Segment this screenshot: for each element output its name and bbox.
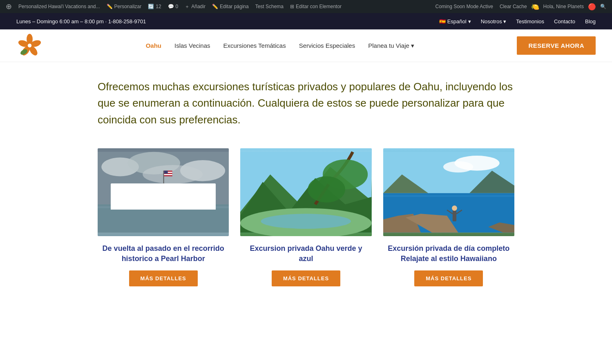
logo-area[interactable] — [16, 32, 43, 59]
card-green-valley: Excursion privada Oahu verde y azul MÁS … — [240, 148, 371, 286]
card-btn-pearl[interactable]: MÁS DETALLES — [129, 270, 198, 286]
card-pearl-harbor: De vuelta al pasado en el recorrido hist… — [98, 148, 229, 286]
svg-rect-32 — [164, 171, 168, 174]
edit-page-link[interactable]: ✏️ Editar página — [210, 4, 251, 9]
add-link[interactable]: ＋ Añadir — [182, 3, 208, 10]
card-image-pearl — [98, 148, 229, 236]
nav-oahu[interactable]: Oahu — [146, 42, 161, 49]
planea-chevron-icon: ▾ — [411, 42, 414, 49]
card-btn-valley[interactable]: MÁS DETALLES — [272, 270, 340, 286]
info-bar-nav: 🇪🇸 Español ▾ Nosotros ▾ Testimonios Cont… — [439, 18, 596, 25]
lang-chevron-icon: ▾ — [468, 18, 471, 25]
card-image-ocean — [383, 148, 514, 236]
hello-user: Hola, Nine Planets — [541, 4, 586, 9]
card-title-ocean: Excursión privada de día completo Relaja… — [383, 243, 514, 264]
flag-icon: 🇪🇸 — [439, 18, 446, 25]
svg-rect-50 — [453, 210, 456, 221]
nav-islas-vecinas[interactable]: Islas Vecinas — [174, 42, 210, 49]
reserve-ahora-button[interactable]: RESERVE AHORA — [517, 36, 596, 55]
search-admin-icon[interactable]: 🔍 — [598, 4, 609, 9]
svg-point-12 — [143, 165, 203, 184]
language-selector[interactable]: 🇪🇸 Español ▾ — [439, 18, 471, 25]
svg-rect-44 — [383, 195, 514, 197]
card-btn-ocean[interactable]: MÁS DETALLES — [414, 270, 483, 286]
svg-rect-24 — [171, 196, 174, 203]
edit-elementor-link[interactable]: ⊞ Editar con Elementor — [288, 4, 344, 9]
svg-rect-31 — [164, 174, 172, 175]
card-image-valley — [240, 148, 371, 236]
test-schema-link[interactable]: Test Schema — [253, 4, 286, 9]
business-hours: Lunes – Domingo 6:00 am – 8:00 pm · 1-80… — [16, 18, 146, 25]
updates-link[interactable]: 🔄 12 — [145, 4, 163, 9]
svg-rect-15 — [120, 195, 206, 206]
customize-link[interactable]: ✏️ Personalizar — [104, 4, 144, 9]
comments-link[interactable]: 💬 0 — [165, 4, 181, 9]
svg-rect-25 — [176, 196, 179, 203]
admin-bar: ⊕ Personalized Hawai'i Vacations and... … — [0, 0, 612, 13]
lang-label: Español — [447, 18, 467, 25]
logo-icon — [16, 32, 43, 59]
svg-point-51 — [452, 205, 457, 211]
svg-point-39 — [261, 214, 351, 229]
nav-nosotros[interactable]: Nosotros ▾ — [481, 18, 507, 25]
svg-rect-28 — [163, 171, 164, 193]
svg-point-6 — [28, 44, 31, 47]
svg-rect-13 — [98, 204, 229, 232]
svg-rect-20 — [148, 196, 151, 203]
nav-links: Oahu Islas Vecinas Excursiones Temáticas… — [146, 42, 414, 49]
svg-rect-19 — [143, 196, 145, 203]
nav-servicios-especiales[interactable]: Servicios Especiales — [299, 42, 355, 49]
svg-rect-26 — [182, 196, 185, 203]
main-content: Ofrecemos muchas excursiones turísticas … — [81, 62, 531, 311]
coming-soon-label: Coming Soon Mode Active — [433, 4, 495, 9]
nav-planea-tu-viaje[interactable]: Planea tu Viaje ▾ — [368, 42, 414, 49]
svg-rect-27 — [188, 196, 190, 203]
svg-rect-18 — [137, 196, 140, 203]
clear-cache-link[interactable]: Clear Cache — [497, 4, 529, 9]
nav-testimonios[interactable]: Testimonios — [516, 18, 544, 25]
card-title-pearl: De vuelta al pasado en el recorrido hist… — [98, 243, 229, 264]
nosotros-chevron-icon: ▾ — [503, 18, 506, 25]
main-nav: Oahu Islas Vecinas Excursiones Temáticas… — [0, 29, 612, 62]
svg-point-42 — [443, 161, 473, 173]
cards-grid: De vuelta al pasado en el recorrido hist… — [98, 148, 514, 286]
nav-contacto[interactable]: Contacto — [554, 18, 575, 25]
admin-bar-right: Coming Soon Mode Active Clear Cache 🍋 Ho… — [433, 3, 609, 11]
info-bar: Lunes – Domingo 6:00 am – 8:00 pm · 1-80… — [0, 13, 612, 29]
wp-icon[interactable]: ⊕ — [3, 2, 14, 11]
intro-text: Ofrecemos muchas excursiones turísticas … — [98, 78, 514, 128]
svg-rect-17 — [132, 196, 134, 203]
site-name[interactable]: Personalized Hawai'i Vacations and... — [16, 4, 103, 9]
svg-rect-16 — [127, 191, 199, 197]
svg-point-38 — [308, 176, 346, 202]
svg-rect-22 — [159, 196, 162, 203]
svg-rect-14 — [98, 206, 229, 208]
card-title-valley: Excursion privada Oahu verde y azul — [240, 243, 371, 264]
svg-rect-23 — [165, 196, 168, 203]
nav-excursiones-tematicas[interactable]: Excursiones Temáticas — [223, 42, 286, 49]
card-ocean-view: Excursión privada de día completo Relaja… — [383, 148, 514, 286]
nav-blog[interactable]: Blog — [585, 18, 596, 25]
svg-rect-21 — [154, 196, 157, 203]
